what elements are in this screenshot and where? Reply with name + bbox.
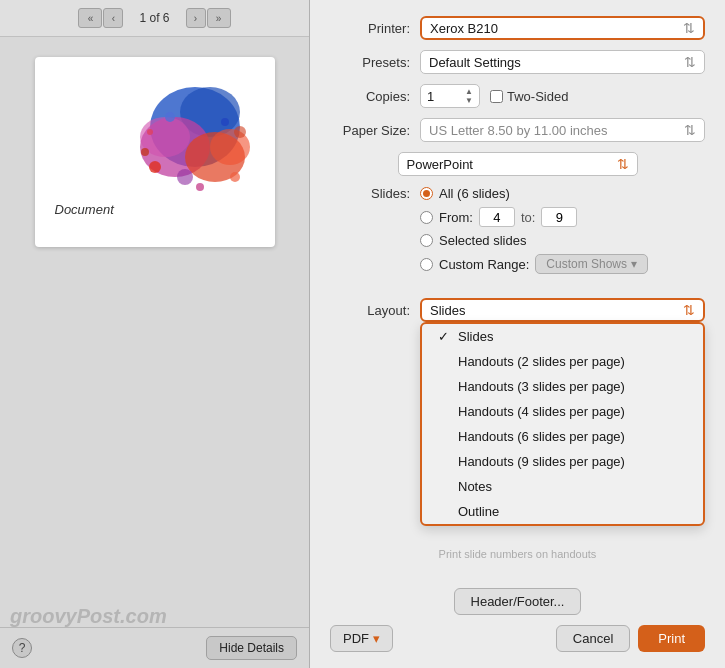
spinner-arrows-icon: ▲▼	[465, 87, 473, 105]
copies-value: 1	[427, 89, 434, 104]
custom-shows-label: Custom Shows	[546, 257, 627, 271]
slides-section-row: Slides: All (6 slides) From: to:	[330, 186, 705, 288]
presets-select[interactable]: Default Settings ⇅	[420, 50, 705, 74]
dropdown-item-notes[interactable]: Notes	[422, 474, 703, 499]
dropdown-item-handouts-6[interactable]: Handouts (6 slides per page)	[422, 424, 703, 449]
page-indicator: 1 of 6	[131, 11, 177, 25]
slides-selected-row: Selected slides	[420, 233, 648, 248]
pdf-label: PDF	[343, 631, 369, 646]
slides-to-input[interactable]	[541, 207, 577, 227]
layout-dropdown-menu: ✓ Slides Handouts (2 slides per page) Ha…	[420, 322, 705, 526]
slides-custom-row: Custom Range: Custom Shows ▾	[420, 254, 648, 274]
slides-custom-radio[interactable]	[420, 258, 433, 271]
layout-row: Layout: Slides ⇅ ✓ Slides Handouts (2 sl…	[330, 298, 705, 322]
slides-all-row: All (6 slides)	[420, 186, 648, 201]
header-footer-button[interactable]: Header/Footer...	[454, 588, 582, 615]
powerpoint-select[interactable]: PowerPoint ⇅	[398, 152, 638, 176]
check-mark-icon: ✓	[436, 329, 450, 344]
help-button[interactable]: ?	[12, 638, 32, 658]
slides-from-input[interactable]	[479, 207, 515, 227]
powerpoint-arrow-icon: ⇅	[617, 156, 629, 172]
dropdown-handouts-3-label: Handouts (3 slides per page)	[458, 379, 625, 394]
slide-document-label: Document	[55, 202, 114, 217]
print-note: Print slide numbers on handouts	[330, 548, 705, 560]
nav-first-button[interactable]: «	[78, 8, 102, 28]
svg-point-10	[165, 112, 175, 122]
paper-size-select[interactable]: US Letter 8.50 by 11.00 inches ⇅	[420, 118, 705, 142]
cancel-print-group: Cancel Print	[556, 625, 705, 652]
paper-size-arrow-icon: ⇅	[684, 122, 696, 138]
paper-size-label: Paper Size:	[330, 123, 410, 138]
slides-custom-label: Custom Range:	[439, 257, 529, 272]
svg-point-14	[196, 183, 204, 191]
two-sided-checkbox-row: Two-Sided	[490, 89, 568, 104]
cancel-button[interactable]: Cancel	[556, 625, 630, 652]
copies-controls: 1 ▲▼ Two-Sided	[420, 84, 568, 108]
svg-point-6	[149, 161, 161, 173]
print-button[interactable]: Print	[638, 625, 705, 652]
svg-point-13	[234, 126, 246, 138]
dropdown-outline-label: Outline	[458, 504, 499, 519]
powerpoint-value: PowerPoint	[407, 157, 473, 172]
slides-all-radio[interactable]	[420, 187, 433, 200]
slides-to-label: to:	[521, 210, 535, 225]
svg-point-8	[230, 172, 240, 182]
dropdown-handouts-9-label: Handouts (9 slides per page)	[458, 454, 625, 469]
svg-point-9	[177, 169, 193, 185]
slides-selected-label: Selected slides	[439, 233, 526, 248]
custom-shows-button[interactable]: Custom Shows ▾	[535, 254, 648, 274]
copies-label: Copies:	[330, 89, 410, 104]
presets-label: Presets:	[330, 55, 410, 70]
dropdown-item-outline[interactable]: Outline	[422, 499, 703, 524]
svg-point-7	[141, 148, 149, 156]
hide-details-button[interactable]: Hide Details	[206, 636, 297, 660]
two-sided-checkbox[interactable]	[490, 90, 503, 103]
dropdown-notes-label: Notes	[458, 479, 492, 494]
layout-value: Slides	[430, 303, 465, 318]
pdf-arrow-icon: ▾	[373, 631, 380, 646]
dropdown-item-handouts-3[interactable]: Handouts (3 slides per page)	[422, 374, 703, 399]
copies-row: Copies: 1 ▲▼ Two-Sided	[330, 84, 705, 108]
right-panel: Printer: Xerox B210 ⇅ Presets: Default S…	[310, 0, 725, 668]
print-actions-row: PDF ▾ Cancel Print	[330, 625, 705, 652]
printer-label: Printer:	[330, 21, 410, 36]
nav-prev-group: « ‹	[78, 8, 123, 28]
layout-select[interactable]: Slides ⇅	[420, 298, 705, 322]
nav-last-button[interactable]: »	[207, 8, 231, 28]
watermark: groovyPost.com	[10, 605, 167, 628]
copies-spinner[interactable]: 1 ▲▼	[420, 84, 480, 108]
printer-arrow-icon: ⇅	[683, 20, 695, 36]
slide-splatter-image	[115, 77, 255, 217]
powerpoint-row: PowerPoint ⇅	[330, 152, 705, 176]
layout-label: Layout:	[330, 303, 410, 318]
slides-from-label: From:	[439, 210, 473, 225]
dropdown-slides-label: Slides	[458, 329, 493, 344]
slides-label: Slides:	[330, 186, 410, 201]
slide-preview: Document	[35, 57, 275, 247]
paper-size-row: Paper Size: US Letter 8.50 by 11.00 inch…	[330, 118, 705, 142]
dropdown-item-handouts-4[interactable]: Handouts (4 slides per page)	[422, 399, 703, 424]
dropdown-item-slides[interactable]: ✓ Slides	[422, 324, 703, 349]
pdf-button[interactable]: PDF ▾	[330, 625, 393, 652]
nav-next-button[interactable]: ›	[186, 8, 206, 28]
slides-options: All (6 slides) From: to: Selected slides	[420, 186, 648, 280]
bottom-actions: Header/Footer... PDF ▾ Cancel Print	[330, 588, 705, 652]
custom-shows-arrow-icon: ▾	[631, 257, 637, 271]
printer-select[interactable]: Xerox B210 ⇅	[420, 16, 705, 40]
slides-from-radio[interactable]	[420, 211, 433, 224]
dropdown-item-handouts-2[interactable]: Handouts (2 slides per page)	[422, 349, 703, 374]
slides-selected-radio[interactable]	[420, 234, 433, 247]
left-panel: « ‹ 1 of 6 › »	[0, 0, 310, 668]
bottom-bar: ? Hide Details	[0, 627, 309, 668]
dropdown-handouts-4-label: Handouts (4 slides per page)	[458, 404, 625, 419]
svg-point-12	[147, 129, 153, 135]
dropdown-handouts-6-label: Handouts (6 slides per page)	[458, 429, 625, 444]
presets-value: Default Settings	[429, 55, 521, 70]
presets-arrow-icon: ⇅	[684, 54, 696, 70]
nav-bar: « ‹ 1 of 6 › »	[0, 0, 309, 37]
nav-prev-button[interactable]: ‹	[103, 8, 123, 28]
printer-value: Xerox B210	[430, 21, 498, 36]
dropdown-handouts-2-label: Handouts (2 slides per page)	[458, 354, 625, 369]
dropdown-item-handouts-9[interactable]: Handouts (9 slides per page)	[422, 449, 703, 474]
nav-next-group: › »	[186, 8, 231, 28]
